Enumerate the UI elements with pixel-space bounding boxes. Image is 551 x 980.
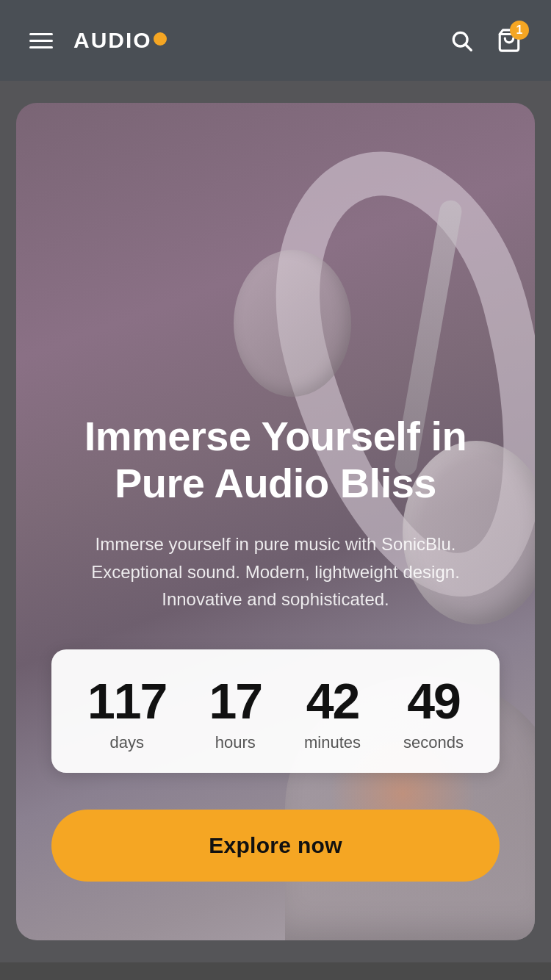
hero-card: Immerse Yourself in Pure Audio Bliss Imm… bbox=[16, 103, 535, 940]
days-label: days bbox=[109, 733, 143, 752]
cart-button[interactable]: 1 bbox=[497, 28, 522, 53]
hero-title: Immerse Yourself in Pure Audio Bliss bbox=[51, 413, 500, 508]
countdown-minutes: 42 minutes bbox=[304, 676, 361, 752]
menu-button[interactable] bbox=[29, 33, 53, 48]
minutes-number: 42 bbox=[306, 676, 359, 726]
countdown-container: 117 days 17 hours 42 minutes 49 seconds bbox=[51, 649, 500, 773]
hours-number: 17 bbox=[209, 676, 262, 726]
countdown-days: 117 days bbox=[87, 676, 166, 752]
header-left: AUDIO bbox=[29, 28, 167, 53]
days-number: 117 bbox=[87, 676, 166, 726]
explore-now-button[interactable]: Explore now bbox=[51, 810, 500, 882]
logo-text: AUDIO bbox=[73, 28, 152, 53]
header: AUDIO 1 bbox=[0, 0, 551, 81]
minutes-label: minutes bbox=[304, 733, 361, 752]
hero-subtitle: Immerse yourself in pure music with Soni… bbox=[51, 530, 500, 613]
logo-circle-icon bbox=[154, 32, 167, 46]
countdown-hours: 17 hours bbox=[209, 676, 262, 752]
cart-badge: 1 bbox=[510, 21, 529, 40]
main-content: Immerse Yourself in Pure Audio Bliss Imm… bbox=[0, 81, 551, 962]
logo[interactable]: AUDIO bbox=[73, 28, 167, 53]
hero-text-block: Immerse Yourself in Pure Audio Bliss Imm… bbox=[16, 413, 535, 882]
search-button[interactable] bbox=[450, 29, 473, 52]
headphone-cup-left bbox=[234, 250, 351, 397]
hours-label: hours bbox=[215, 733, 256, 752]
seconds-number: 49 bbox=[407, 676, 460, 726]
seconds-label: seconds bbox=[403, 733, 464, 752]
header-right: 1 bbox=[450, 28, 522, 53]
countdown-seconds: 49 seconds bbox=[403, 676, 464, 752]
svg-line-1 bbox=[466, 45, 471, 50]
